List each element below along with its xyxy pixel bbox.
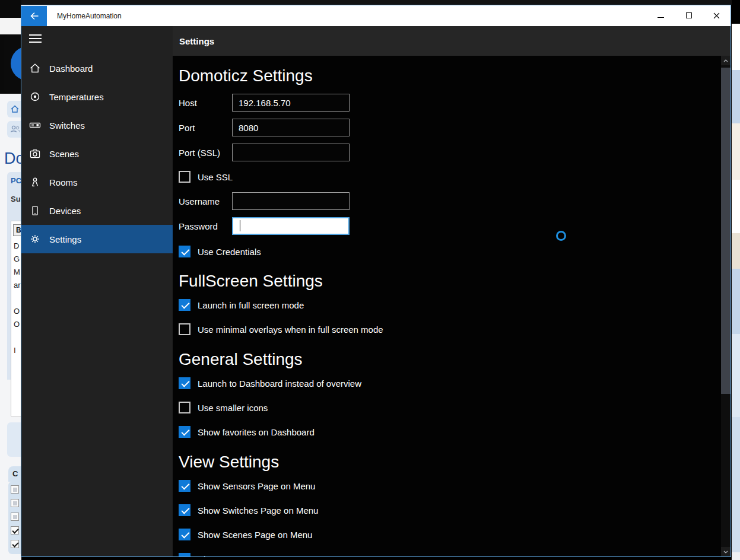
- checkbox-label: Show Switches Page on Menu: [198, 505, 318, 516]
- background-heading: Do: [4, 149, 21, 168]
- chevron-down-icon: [723, 551, 728, 553]
- sidebar-item-label: Rooms: [49, 177, 78, 187]
- text-cursor: [240, 220, 240, 231]
- sidebar-item-temperatures[interactable]: Temperatures: [21, 82, 173, 111]
- checkbox-box[interactable]: [179, 171, 190, 183]
- scroll-up-button[interactable]: [721, 56, 731, 65]
- checkbox-box[interactable]: [179, 553, 190, 556]
- username-label: Username: [179, 196, 232, 206]
- checkbox-label: Launch to Dashboard instead of overview: [198, 378, 361, 389]
- settings-content: Domoticz Settings Host Port Port (SSL) U…: [173, 56, 731, 556]
- checkbox-box[interactable]: [179, 299, 190, 311]
- sidebar-item-label: Switches: [49, 120, 85, 131]
- username-input[interactable]: [232, 192, 350, 210]
- checkbox-show-scenes[interactable]: Show Scenes Page on Menu: [179, 529, 715, 540]
- checkbox-box[interactable]: [179, 323, 190, 335]
- password-label: Password: [179, 221, 232, 231]
- logo-circle: [11, 46, 21, 81]
- checkbox-label: Show Rooms Page on Menu: [198, 554, 311, 557]
- mini-checkbox: [11, 540, 19, 548]
- vertical-scrollbar[interactable]: [721, 56, 731, 556]
- checkbox-box[interactable]: [179, 377, 190, 389]
- home-icon: [29, 62, 41, 74]
- checkbox-show-rooms[interactable]: Show Rooms Page on Menu: [179, 553, 715, 556]
- close-button[interactable]: [703, 5, 731, 26]
- checkbox-label: Show Sensors Page on Menu: [198, 481, 315, 491]
- password-input[interactable]: [232, 217, 350, 235]
- checkbox-label: Use Credentials: [198, 247, 261, 257]
- checkbox-box[interactable]: [179, 426, 190, 438]
- checkbox-show-sensors[interactable]: Show Sensors Page on Menu: [179, 480, 715, 492]
- sidebar-item-dashboard[interactable]: Dashboard: [21, 54, 173, 82]
- checkbox-label: Launch in full screen mode: [198, 300, 304, 310]
- port-ssl-row: Port (SSL): [179, 144, 715, 161]
- checkbox-launch-to-dashboard[interactable]: Launch to Dashboard instead of overview: [179, 377, 715, 389]
- scroll-down-button[interactable]: [721, 547, 731, 556]
- app-title: MyHomeAutomation: [57, 12, 122, 20]
- background-subheading: Su: [11, 195, 21, 203]
- port-input[interactable]: [232, 119, 350, 136]
- checkbox-label: Use smaller icons: [198, 403, 268, 413]
- sidebar-item-label: Settings: [49, 234, 81, 244]
- checkbox-show-favorites[interactable]: Show favorites on Dashboard: [179, 426, 715, 438]
- minimize-button[interactable]: [647, 5, 675, 26]
- checkbox-label: Use SSL: [198, 172, 233, 182]
- section-title-general: General Settings: [179, 348, 715, 371]
- checkbox-label: Use minimal overlays when in full screen…: [198, 324, 383, 335]
- maximize-icon: [686, 12, 692, 18]
- back-button[interactable]: [21, 6, 47, 26]
- background-tab-label: PC: [11, 176, 21, 185]
- background-window-left: Do PC Su B D G M ar O O I C: [0, 0, 21, 560]
- target-icon: [29, 91, 41, 103]
- checkbox-minimal-overlays[interactable]: Use minimal overlays when in full screen…: [179, 323, 715, 335]
- hamburger-button[interactable]: [21, 26, 173, 54]
- checkbox-box[interactable]: [179, 246, 190, 257]
- sidebar-item-label: Dashboard: [49, 63, 93, 74]
- phone-icon: [29, 205, 41, 217]
- background-titlebar-sliver: [0, 18, 21, 34]
- back-arrow-icon: [30, 12, 39, 20]
- checkbox-use-credentials[interactable]: Use Credentials: [179, 246, 715, 257]
- checkbox-box[interactable]: [179, 402, 190, 413]
- checkbox-show-switches[interactable]: Show Switches Page on Menu: [179, 504, 715, 516]
- checkbox-label: Show Scenes Page on Menu: [198, 530, 312, 540]
- switch-panel-icon: [29, 119, 41, 131]
- maximize-button[interactable]: [675, 5, 703, 26]
- main-panel: Settings Domoticz Settings Host Port Por…: [173, 26, 731, 556]
- section-title-fullscreen: FullScreen Settings: [179, 269, 715, 293]
- mini-checkbox: [11, 485, 19, 494]
- map-pin-icon: [29, 176, 41, 188]
- camera-icon: [29, 148, 41, 160]
- background-checkbox-panel: [8, 482, 21, 554]
- checkbox-box[interactable]: [179, 504, 190, 516]
- background-window-right: [732, 0, 740, 560]
- background-home-card: [7, 101, 21, 117]
- host-label: Host: [179, 98, 232, 108]
- users-icon: [10, 125, 21, 133]
- mini-checkbox: [11, 499, 19, 507]
- checkbox-launch-fullscreen[interactable]: Launch in full screen mode: [179, 299, 715, 311]
- host-input[interactable]: [232, 94, 350, 112]
- port-row: Port: [179, 119, 715, 136]
- home-icon: [10, 104, 20, 114]
- port-label: Port: [179, 123, 232, 133]
- sidebar-item-devices[interactable]: Devices: [21, 196, 173, 225]
- section-title-view: View Settings: [179, 450, 715, 474]
- checkbox-smaller-icons[interactable]: Use smaller icons: [179, 402, 715, 413]
- sidebar-item-rooms[interactable]: Rooms: [21, 168, 173, 196]
- port-ssl-input[interactable]: [232, 144, 350, 161]
- checkbox-box[interactable]: [179, 480, 190, 492]
- sidebar-item-scenes[interactable]: Scenes: [21, 139, 173, 168]
- minimize-icon: [658, 17, 664, 18]
- sidebar-item-settings[interactable]: Settings: [21, 225, 173, 253]
- checkbox-use-ssl[interactable]: Use SSL: [179, 171, 715, 183]
- background-text-fragment: D G M ar O O I: [14, 240, 21, 357]
- section-title-domoticz: Domoticz Settings: [179, 64, 715, 88]
- scrollbar-thumb[interactable]: [721, 68, 731, 394]
- password-row: Password: [179, 217, 715, 235]
- port-ssl-label: Port (SSL): [179, 148, 232, 158]
- sidebar-item-switches[interactable]: Switches: [21, 111, 173, 139]
- sidebar-item-label: Scenes: [49, 149, 79, 159]
- page-header: Settings: [173, 26, 731, 56]
- checkbox-box[interactable]: [179, 529, 190, 540]
